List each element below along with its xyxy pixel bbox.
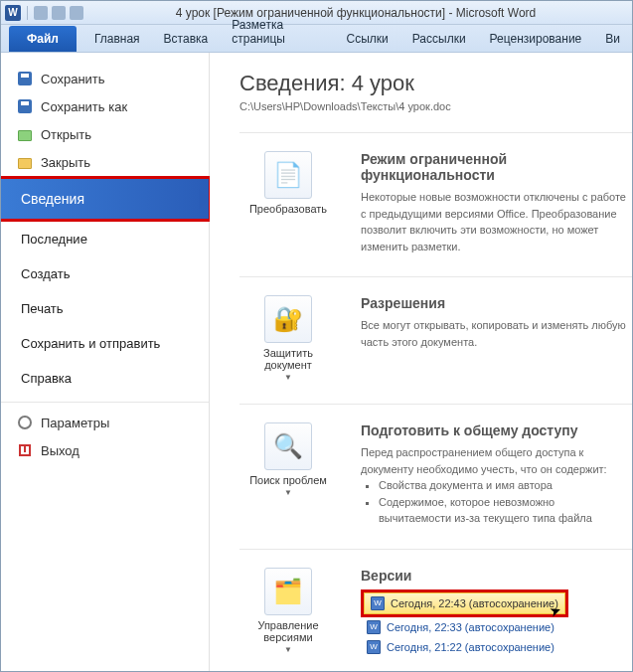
nav-help[interactable]: Справка	[1, 361, 209, 396]
nav-send-share[interactable]: Сохранить и отправить	[1, 326, 209, 361]
save-icon	[17, 71, 33, 86]
save-as-icon	[17, 98, 33, 114]
prepare-list: Свойства документа и имя автора Содержим…	[361, 477, 628, 527]
version-item[interactable]: W Сегодня, 21:22 (автосохранение)	[361, 637, 628, 657]
nav-close[interactable]: Закрыть	[1, 148, 209, 176]
ribbon-tabs: Файл Главная Вставка Разметка страницы С…	[1, 25, 632, 53]
doc-icon: W	[371, 596, 385, 610]
version-label: Сегодня, 21:22 (автосохранение)	[387, 641, 554, 653]
version-item[interactable]: W Сегодня, 22:33 (автосохранение)	[361, 617, 628, 637]
convert-icon: 📄	[264, 151, 312, 199]
section-body: Разрешения Все могут открывать, копирова…	[361, 295, 632, 382]
version-item[interactable]: W Сегодня, 22:43 (автосохранение)	[364, 592, 565, 614]
backstage-nav: Сохранить Сохранить как Открыть Закрыть …	[1, 53, 210, 671]
section-heading: Подготовить к общему доступу	[361, 422, 628, 438]
ribbon-tab-review[interactable]: Рецензирование	[478, 26, 594, 52]
section-body: Подготовить к общему доступу Перед распр…	[361, 422, 632, 527]
nav-label: Сведения	[21, 191, 84, 207]
info-pane: Сведения: 4 урок C:\Users\HP\Downloads\Т…	[210, 53, 632, 671]
nav-new[interactable]: Создать	[1, 256, 209, 291]
nav-options[interactable]: Параметры	[1, 409, 209, 436]
qat-separator	[27, 6, 28, 20]
open-icon	[17, 126, 33, 142]
section-text: Все могут открывать, копировать и изменя…	[361, 317, 628, 350]
protect-icon: 🔐	[264, 295, 312, 343]
version-label: Сегодня, 22:43 (автосохранение)	[391, 597, 558, 609]
convert-button[interactable]: 📄 Преобразовать	[239, 151, 337, 254]
nav-label: Закрыть	[41, 155, 90, 170]
qat-undo-icon[interactable]	[52, 6, 66, 20]
nav-label: Сохранить и отправить	[21, 336, 160, 351]
list-item: Свойства документа и имя автора	[379, 477, 628, 494]
section-prepare: 🔍 Поиск проблем ▼ Подготовить к общему д…	[239, 404, 632, 549]
word-logo-icon: W	[5, 5, 21, 21]
nav-print[interactable]: Печать	[1, 291, 209, 326]
exit-icon	[17, 442, 33, 458]
nav-separator	[1, 402, 209, 403]
section-protect: 🔐 Защитить документ ▼ Разрешения Все мог…	[239, 276, 632, 404]
list-item: Содержимое, которое невозможно вычитаемо…	[379, 494, 628, 527]
nav-label: Сохранить как	[41, 99, 127, 114]
options-icon	[17, 415, 33, 430]
section-heading: Режим ограниченной функциональности	[361, 151, 628, 183]
section-heading: Разрешения	[361, 295, 628, 311]
nav-info-highlight: Сведения	[1, 176, 212, 222]
info-path: C:\Users\HP\Downloads\Тексты\4 урок.doc	[239, 100, 632, 112]
nav-label: Печать	[21, 301, 64, 316]
nav-save[interactable]: Сохранить	[1, 65, 209, 92]
nav-label: Выход	[41, 443, 79, 458]
nav-label: Сохранить	[41, 72, 105, 86]
button-label: Управление версиями	[239, 619, 337, 643]
backstage-view: Сохранить Сохранить как Открыть Закрыть …	[1, 53, 632, 671]
section-text: Перед распространением общего доступа к …	[361, 444, 628, 477]
section-text: Некоторые новые возможности отключены с …	[361, 189, 628, 254]
nav-label: Последние	[21, 232, 87, 247]
word-window: W 4 урок [Режим ограниченной функциональ…	[0, 0, 633, 672]
check-button[interactable]: 🔍 Поиск проблем ▼	[239, 422, 337, 527]
ribbon-tab-layout[interactable]: Разметка страницы	[220, 12, 334, 52]
versions-button[interactable]: 🗂️ Управление версиями ▼	[239, 568, 337, 657]
doc-icon: W	[367, 620, 381, 634]
nav-exit[interactable]: Выход	[1, 436, 209, 464]
section-heading: Версии	[361, 568, 628, 584]
nav-label: Открыть	[41, 127, 91, 142]
nav-recent[interactable]: Последние	[1, 222, 209, 256]
ribbon-tab-links[interactable]: Ссылки	[335, 26, 400, 52]
nav-label: Параметры	[41, 416, 109, 430]
dropdown-caret-icon: ▼	[284, 488, 292, 497]
nav-open[interactable]: Открыть	[1, 120, 209, 148]
section-convert: 📄 Преобразовать Режим ограниченной функц…	[239, 132, 632, 276]
qat-redo-icon[interactable]	[70, 6, 83, 20]
dropdown-caret-icon: ▼	[284, 645, 292, 654]
version-label: Сегодня, 22:33 (автосохранение)	[387, 621, 554, 633]
ribbon-tab-insert[interactable]: Вставка	[152, 26, 221, 52]
qat-save-icon[interactable]	[34, 6, 48, 20]
button-label: Поиск проблем	[249, 474, 327, 486]
window-title: 4 урок [Режим ограниченной функционально…	[83, 6, 628, 20]
button-label: Преобразовать	[249, 203, 327, 215]
version-highlight: W Сегодня, 22:43 (автосохранение) ➤	[361, 589, 568, 617]
nav-info[interactable]: Сведения	[1, 179, 209, 219]
ribbon-tab-mail[interactable]: Рассылки	[400, 26, 478, 52]
quick-access-toolbar: W	[5, 5, 83, 21]
versions-icon: 🗂️	[264, 568, 312, 615]
close-icon	[17, 154, 33, 170]
doc-icon: W	[367, 640, 381, 654]
ribbon-tab-home[interactable]: Главная	[82, 26, 152, 52]
ribbon-tab-view[interactable]: Ви	[593, 26, 632, 52]
section-body: Режим ограниченной функциональности Неко…	[361, 151, 632, 254]
dropdown-caret-icon: ▼	[284, 373, 292, 382]
button-label: Защитить документ	[239, 347, 337, 371]
protect-button[interactable]: 🔐 Защитить документ ▼	[239, 295, 337, 382]
nav-label: Справка	[21, 371, 72, 386]
nav-save-as[interactable]: Сохранить как	[1, 92, 209, 120]
ribbon-tab-file[interactable]: Файл	[9, 26, 77, 52]
nav-label: Создать	[21, 266, 70, 281]
section-body: Версии W Сегодня, 22:43 (автосохранение)…	[361, 568, 632, 657]
check-icon: 🔍	[264, 422, 312, 470]
info-title: Сведения: 4 урок	[239, 71, 632, 96]
section-versions: 🗂️ Управление версиями ▼ Версии W Сегодн…	[239, 549, 632, 672]
